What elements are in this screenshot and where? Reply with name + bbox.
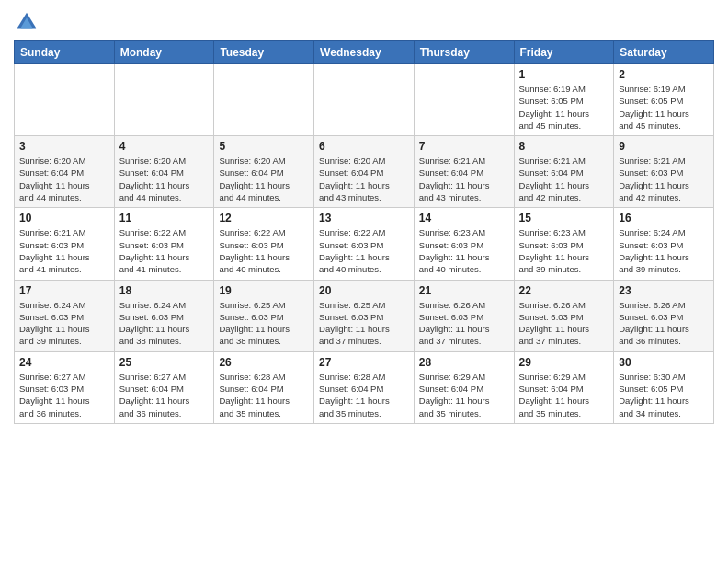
day-info: Sunrise: 6:21 AM Sunset: 6:03 PM Dayligh… <box>19 226 109 275</box>
calendar-cell: 30Sunrise: 6:30 AM Sunset: 6:05 PM Dayli… <box>614 351 714 423</box>
calendar-cell: 27Sunrise: 6:28 AM Sunset: 6:04 PM Dayli… <box>314 351 415 423</box>
calendar-cell: 19Sunrise: 6:25 AM Sunset: 6:03 PM Dayli… <box>214 280 314 351</box>
calendar-cell: 5Sunrise: 6:20 AM Sunset: 6:04 PM Daylig… <box>214 136 314 208</box>
calendar-cell <box>114 64 214 136</box>
calendar-cell: 15Sunrise: 6:23 AM Sunset: 6:03 PM Dayli… <box>514 208 614 280</box>
day-info: Sunrise: 6:27 AM Sunset: 6:04 PM Dayligh… <box>119 371 210 419</box>
day-number: 1 <box>519 68 609 81</box>
logo-icon <box>14 9 40 35</box>
calendar-week-row: 3Sunrise: 6:20 AM Sunset: 6:04 PM Daylig… <box>15 136 714 208</box>
day-number: 7 <box>419 140 509 153</box>
day-info: Sunrise: 6:27 AM Sunset: 6:03 PM Dayligh… <box>19 371 109 419</box>
header <box>14 9 714 35</box>
calendar-cell: 26Sunrise: 6:28 AM Sunset: 6:04 PM Dayli… <box>214 351 314 423</box>
day-info: Sunrise: 6:26 AM Sunset: 6:03 PM Dayligh… <box>619 299 709 348</box>
day-info: Sunrise: 6:24 AM Sunset: 6:03 PM Dayligh… <box>119 299 210 348</box>
weekday-header-tuesday: Tuesday <box>214 41 314 64</box>
calendar-cell: 25Sunrise: 6:27 AM Sunset: 6:04 PM Dayli… <box>114 351 214 423</box>
day-number: 12 <box>219 212 309 224</box>
day-number: 10 <box>19 212 109 224</box>
weekday-header-row: SundayMondayTuesdayWednesdayThursdayFrid… <box>15 41 714 64</box>
day-number: 14 <box>419 212 509 224</box>
calendar-cell: 18Sunrise: 6:24 AM Sunset: 6:03 PM Dayli… <box>114 280 214 351</box>
day-number: 15 <box>519 212 609 224</box>
day-number: 19 <box>219 284 309 297</box>
calendar-cell: 1Sunrise: 6:19 AM Sunset: 6:05 PM Daylig… <box>514 64 614 136</box>
day-number: 29 <box>519 356 609 369</box>
day-number: 17 <box>19 284 109 297</box>
day-number: 9 <box>619 140 709 153</box>
calendar-cell: 6Sunrise: 6:20 AM Sunset: 6:04 PM Daylig… <box>314 136 415 208</box>
calendar-cell <box>15 64 115 136</box>
day-info: Sunrise: 6:20 AM Sunset: 6:04 PM Dayligh… <box>219 155 309 203</box>
day-info: Sunrise: 6:30 AM Sunset: 6:05 PM Dayligh… <box>619 371 709 419</box>
day-number: 11 <box>119 212 210 224</box>
day-info: Sunrise: 6:21 AM Sunset: 6:04 PM Dayligh… <box>419 155 509 203</box>
weekday-header-wednesday: Wednesday <box>314 41 415 64</box>
calendar-cell: 8Sunrise: 6:21 AM Sunset: 6:04 PM Daylig… <box>514 136 614 208</box>
calendar-cell: 4Sunrise: 6:20 AM Sunset: 6:04 PM Daylig… <box>114 136 214 208</box>
day-number: 25 <box>119 356 210 369</box>
day-number: 21 <box>419 284 509 297</box>
weekday-header-friday: Friday <box>514 41 614 64</box>
day-number: 2 <box>619 68 709 81</box>
day-info: Sunrise: 6:23 AM Sunset: 6:03 PM Dayligh… <box>519 226 609 275</box>
day-number: 5 <box>219 140 309 153</box>
calendar-cell: 21Sunrise: 6:26 AM Sunset: 6:03 PM Dayli… <box>414 280 514 351</box>
calendar-cell: 13Sunrise: 6:22 AM Sunset: 6:03 PM Dayli… <box>314 208 415 280</box>
weekday-header-sunday: Sunday <box>15 41 115 64</box>
day-number: 23 <box>619 284 709 297</box>
day-info: Sunrise: 6:26 AM Sunset: 6:03 PM Dayligh… <box>419 299 509 348</box>
day-number: 20 <box>319 284 409 297</box>
day-number: 30 <box>619 356 709 369</box>
calendar-cell: 14Sunrise: 6:23 AM Sunset: 6:03 PM Dayli… <box>414 208 514 280</box>
day-info: Sunrise: 6:28 AM Sunset: 6:04 PM Dayligh… <box>219 371 309 419</box>
day-number: 4 <box>119 140 210 153</box>
calendar-cell: 17Sunrise: 6:24 AM Sunset: 6:03 PM Dayli… <box>15 280 115 351</box>
logo <box>14 9 43 35</box>
day-info: Sunrise: 6:20 AM Sunset: 6:04 PM Dayligh… <box>119 155 210 203</box>
calendar-cell: 3Sunrise: 6:20 AM Sunset: 6:04 PM Daylig… <box>15 136 115 208</box>
day-number: 3 <box>19 140 109 153</box>
day-info: Sunrise: 6:29 AM Sunset: 6:04 PM Dayligh… <box>519 371 609 419</box>
day-info: Sunrise: 6:25 AM Sunset: 6:03 PM Dayligh… <box>219 299 309 348</box>
day-info: Sunrise: 6:23 AM Sunset: 6:03 PM Dayligh… <box>419 226 509 275</box>
day-number: 8 <box>519 140 609 153</box>
calendar-cell <box>314 64 415 136</box>
calendar-cell: 28Sunrise: 6:29 AM Sunset: 6:04 PM Dayli… <box>414 351 514 423</box>
calendar-cell: 29Sunrise: 6:29 AM Sunset: 6:04 PM Dayli… <box>514 351 614 423</box>
calendar-cell: 7Sunrise: 6:21 AM Sunset: 6:04 PM Daylig… <box>414 136 514 208</box>
day-info: Sunrise: 6:25 AM Sunset: 6:03 PM Dayligh… <box>319 299 409 348</box>
calendar-week-row: 10Sunrise: 6:21 AM Sunset: 6:03 PM Dayli… <box>15 208 714 280</box>
day-info: Sunrise: 6:19 AM Sunset: 6:05 PM Dayligh… <box>619 83 709 132</box>
calendar-cell: 12Sunrise: 6:22 AM Sunset: 6:03 PM Dayli… <box>214 208 314 280</box>
calendar-cell: 2Sunrise: 6:19 AM Sunset: 6:05 PM Daylig… <box>614 64 714 136</box>
calendar-cell: 16Sunrise: 6:24 AM Sunset: 6:03 PM Dayli… <box>614 208 714 280</box>
calendar-cell <box>214 64 314 136</box>
day-number: 18 <box>119 284 210 297</box>
day-number: 24 <box>19 356 109 369</box>
day-info: Sunrise: 6:29 AM Sunset: 6:04 PM Dayligh… <box>419 371 509 419</box>
day-number: 13 <box>319 212 409 224</box>
day-info: Sunrise: 6:22 AM Sunset: 6:03 PM Dayligh… <box>119 226 210 275</box>
calendar-cell: 10Sunrise: 6:21 AM Sunset: 6:03 PM Dayli… <box>15 208 115 280</box>
day-info: Sunrise: 6:22 AM Sunset: 6:03 PM Dayligh… <box>219 226 309 275</box>
calendar-cell <box>414 64 514 136</box>
calendar-cell: 22Sunrise: 6:26 AM Sunset: 6:03 PM Dayli… <box>514 280 614 351</box>
calendar-week-row: 24Sunrise: 6:27 AM Sunset: 6:03 PM Dayli… <box>15 351 714 423</box>
day-info: Sunrise: 6:28 AM Sunset: 6:04 PM Dayligh… <box>319 371 409 419</box>
day-info: Sunrise: 6:20 AM Sunset: 6:04 PM Dayligh… <box>19 155 109 203</box>
calendar-cell: 20Sunrise: 6:25 AM Sunset: 6:03 PM Dayli… <box>314 280 415 351</box>
calendar-week-row: 17Sunrise: 6:24 AM Sunset: 6:03 PM Dayli… <box>15 280 714 351</box>
day-info: Sunrise: 6:22 AM Sunset: 6:03 PM Dayligh… <box>319 226 409 275</box>
day-number: 28 <box>419 356 509 369</box>
day-info: Sunrise: 6:26 AM Sunset: 6:03 PM Dayligh… <box>519 299 609 348</box>
day-info: Sunrise: 6:24 AM Sunset: 6:03 PM Dayligh… <box>619 226 709 275</box>
calendar-week-row: 1Sunrise: 6:19 AM Sunset: 6:05 PM Daylig… <box>15 64 714 136</box>
day-info: Sunrise: 6:21 AM Sunset: 6:04 PM Dayligh… <box>519 155 609 203</box>
weekday-header-monday: Monday <box>114 41 214 64</box>
day-info: Sunrise: 6:20 AM Sunset: 6:04 PM Dayligh… <box>319 155 409 203</box>
day-info: Sunrise: 6:24 AM Sunset: 6:03 PM Dayligh… <box>19 299 109 348</box>
day-number: 26 <box>219 356 309 369</box>
weekday-header-saturday: Saturday <box>614 41 714 64</box>
